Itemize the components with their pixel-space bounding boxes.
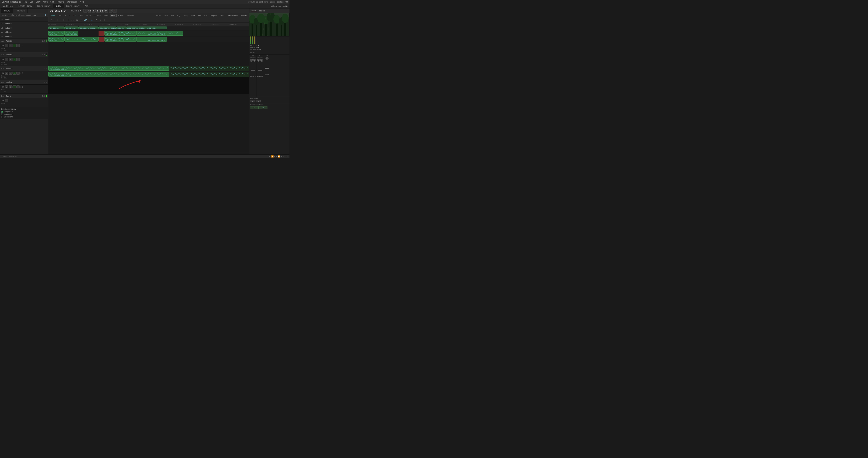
fx-fader[interactable]: Fader (154, 14, 162, 17)
rec-btn-a3[interactable]: ● (12, 72, 16, 75)
fx-lim[interactable]: Lim (197, 14, 203, 17)
fader-a1[interactable] (250, 62, 256, 75)
btn-go-end[interactable]: ⏭ (104, 9, 108, 12)
link-btn-a1[interactable]: ⧫ (16, 44, 20, 47)
timeline-body[interactable]: A001_2009F... A001_09_12.b... A001_2509F… (48, 26, 249, 153)
adc-btn[interactable]: ADC (21, 14, 25, 16)
knob-eq-a2[interactable] (257, 59, 260, 62)
btn-mono[interactable]: M (250, 100, 255, 103)
knob-eq-a1[interactable] (250, 59, 253, 62)
fx-misc[interactable]: Misc (218, 14, 225, 17)
waveform-clip-1a-3[interactable]: A001_2509F1B2_C012.b – 1 (104, 31, 137, 36)
tool-select[interactable]: ↖ (50, 19, 53, 22)
workspace-tab-sound[interactable]: Sound Library (35, 4, 53, 8)
solo-btn-a1[interactable]: S (9, 44, 12, 47)
tag-btn[interactable]: Tag (33, 14, 36, 16)
btn-loop[interactable]: ↩ (109, 9, 113, 12)
link-btn-a4[interactable]: ⧫ (16, 85, 20, 88)
btn-go-start[interactable]: ⏮ (83, 9, 87, 12)
tool-blade[interactable]: ✂ (62, 19, 66, 22)
checkbox-momentary[interactable] (1, 113, 3, 115)
tool-slide[interactable]: ⟺ (71, 19, 74, 22)
link-btn-a3[interactable]: ⧫ (16, 72, 20, 75)
mode-trim[interactable]: Trim (57, 14, 63, 17)
mode-off[interactable]: Off (72, 14, 77, 17)
mode-hold[interactable]: Hold (110, 14, 117, 17)
fx-mute[interactable]: Mute (162, 14, 169, 17)
btn-back[interactable]: ◀◀ (88, 9, 91, 12)
waveform-clip-1b-4[interactable] (137, 37, 147, 41)
menu-mark[interactable]: Mark (43, 1, 48, 3)
expand-b1[interactable]: ⌄ (5, 99, 8, 102)
btn-stop[interactable]: ■ (92, 9, 96, 12)
rec-btn-a4[interactable]: ● (12, 85, 16, 88)
fx-plugins[interactable]: Plugins (209, 14, 218, 17)
clip-v1-3[interactable]: A001_2509F1A_C006.b... (79, 27, 98, 29)
menu-clip[interactable]: Clip (50, 1, 54, 3)
mute-btn-a1[interactable]: M (5, 44, 8, 47)
btn-rec[interactable]: ● (113, 9, 117, 12)
workspace-tab-media-pool[interactable]: Media Pool (0, 4, 16, 8)
menu-workspace[interactable]: Workspace (67, 1, 78, 3)
fx-gate[interactable]: Gate (190, 14, 197, 17)
menu-file[interactable]: File (24, 1, 27, 3)
checkbox-shortterm[interactable] (1, 116, 3, 118)
mute-btn-a2[interactable]: M (5, 58, 8, 61)
menu-help[interactable]: Help (80, 1, 84, 3)
fx-eq[interactable]: EQ (176, 14, 181, 17)
solo-btn-a2[interactable]: S (9, 58, 12, 61)
clip-v1-4[interactable]: A001_2509F1B2_C012.b... (98, 27, 117, 29)
tab-tracks[interactable]: Tracks (1, 8, 13, 13)
waveform-clip-1b-1[interactable]: A001_2509... (48, 37, 64, 41)
waveform-clip-1b-2[interactable] (64, 37, 98, 41)
btn-prev-edit[interactable]: ◀ Previous (227, 14, 239, 17)
tab-meters[interactable]: Meters (258, 10, 266, 12)
fx-aux[interactable]: Aux (203, 14, 209, 17)
mode-event[interactable]: Event (102, 14, 110, 17)
waveform-clip-1a-2[interactable]: A001_2509_brew... (64, 31, 79, 36)
tool-audio[interactable]: ♪ (98, 19, 102, 22)
tool-dynamic[interactable]: ↕ (58, 19, 62, 22)
workspace-tab-effects[interactable]: Effects Library (16, 4, 35, 8)
fader-a2[interactable] (257, 62, 263, 75)
btn-stereo[interactable]: S (255, 100, 261, 103)
waveform-clip-1a-4[interactable] (137, 31, 147, 36)
mode-return[interactable]: Return (117, 14, 125, 17)
mode-latch[interactable]: Latch (77, 14, 84, 17)
label-btn[interactable]: Label (15, 14, 20, 16)
knob-pan-a2[interactable] (260, 59, 263, 62)
workspace-tab-sound2[interactable]: Sound Library (64, 4, 82, 8)
menu-timeline[interactable]: Timeline (56, 1, 64, 3)
prev-btn[interactable]: ◀ Previous (271, 5, 281, 7)
timeline-scrollbar[interactable] (48, 153, 249, 154)
tool-trim[interactable]: ⊢⊣ (54, 19, 58, 22)
clip-v1-2[interactable]: A001_09_12.b... (64, 27, 79, 29)
mode-write[interactable]: Write (50, 14, 57, 17)
clip-v1-5[interactable]: A001_25... (117, 27, 126, 29)
group-btn[interactable]: Group (26, 14, 31, 16)
next-btn[interactable]: Next ▶ (282, 5, 288, 7)
mute-btn-a4[interactable]: M (5, 85, 8, 88)
menu-edit[interactable]: Edit (30, 1, 33, 3)
checkbox-integrated[interactable] (1, 111, 3, 113)
rec-btn-a2[interactable]: ● (12, 58, 16, 61)
tool-zoom-out[interactable]: − (107, 19, 111, 22)
fader-b1[interactable] (264, 61, 270, 74)
tool-move[interactable]: ⊕ (75, 19, 79, 22)
bus-dest-2[interactable]: A2 (259, 106, 268, 109)
tab-markers[interactable]: Markers (14, 8, 28, 13)
rec-btn-a1[interactable]: ● (12, 44, 16, 47)
tab-mixer[interactable]: Mixer (251, 9, 257, 12)
mode-snap[interactable]: Snap (85, 14, 92, 17)
solo-btn-a4[interactable]: S (9, 85, 12, 88)
search-icon[interactable]: 🔍 (44, 14, 47, 16)
waveform-clip-1b-5[interactable]: A001_2509F1A4_C004.b – 0 (147, 37, 167, 41)
tool-slip[interactable]: ⇆ (66, 19, 70, 22)
mode-onstop[interactable]: On Stop (92, 14, 102, 17)
waveform-clip-4-lower[interactable]: 2021-05-09 Recording wav... – 4 (48, 72, 169, 77)
bus-dest-1[interactable]: A1 (250, 106, 258, 109)
btn-forward[interactable]: ▶▶ (100, 9, 104, 12)
workspace-tab-adr[interactable]: ADR (82, 4, 92, 8)
tool-flag[interactable]: ⚑ (94, 19, 98, 22)
waveform-clip-1a-6[interactable] (167, 31, 183, 36)
